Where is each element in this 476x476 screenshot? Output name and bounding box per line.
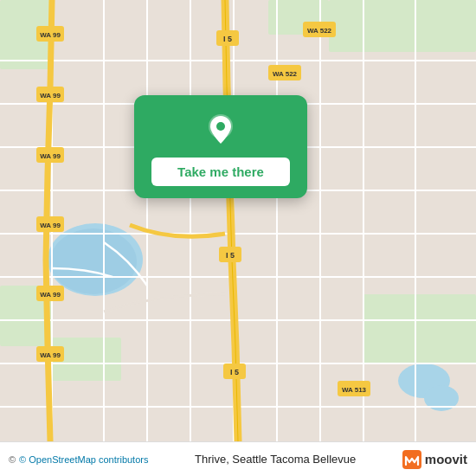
bottom-bar: © © OpenStreetMap contributors Thrive, S… bbox=[0, 441, 476, 476]
svg-text:WA 99: WA 99 bbox=[40, 291, 61, 299]
svg-rect-7 bbox=[329, 0, 476, 52]
svg-text:WA 99: WA 99 bbox=[40, 31, 61, 39]
location-pin-icon bbox=[202, 111, 240, 149]
svg-point-2 bbox=[50, 228, 137, 294]
svg-text:WA 99: WA 99 bbox=[40, 152, 61, 160]
svg-text:WA 99: WA 99 bbox=[40, 92, 61, 100]
moovit-logo: moovit bbox=[402, 450, 467, 469]
svg-text:WA 522: WA 522 bbox=[273, 70, 298, 78]
svg-text:WA 99: WA 99 bbox=[40, 222, 61, 229]
svg-rect-8 bbox=[363, 294, 476, 363]
svg-text:WA 99: WA 99 bbox=[40, 351, 61, 359]
copyright-area: © © OpenStreetMap contributors bbox=[9, 454, 148, 465]
copyright-icon: © bbox=[9, 454, 16, 465]
osm-link[interactable]: © OpenStreetMap contributors bbox=[19, 454, 148, 465]
moovit-brand-icon bbox=[402, 450, 421, 469]
svg-text:WA 513: WA 513 bbox=[342, 386, 367, 394]
popup-card: Take me there bbox=[134, 95, 307, 198]
svg-point-56 bbox=[216, 122, 225, 131]
take-me-there-button[interactable]: Take me there bbox=[151, 158, 290, 186]
svg-text:I 5: I 5 bbox=[223, 35, 232, 43]
svg-text:I 5: I 5 bbox=[230, 368, 239, 376]
svg-text:WA 522: WA 522 bbox=[307, 27, 332, 35]
svg-text:I 5: I 5 bbox=[226, 251, 235, 260]
map-svg: I 5 I 5 I 5 WA 99 WA 99 WA 99 WA 99 WA 9… bbox=[0, 0, 476, 441]
moovit-label: moovit bbox=[425, 452, 467, 466]
map-container[interactable]: I 5 I 5 I 5 WA 99 WA 99 WA 99 WA 99 WA 9… bbox=[0, 0, 476, 441]
location-info: Thrive, Seattle Tacoma Bellevue bbox=[148, 453, 402, 466]
